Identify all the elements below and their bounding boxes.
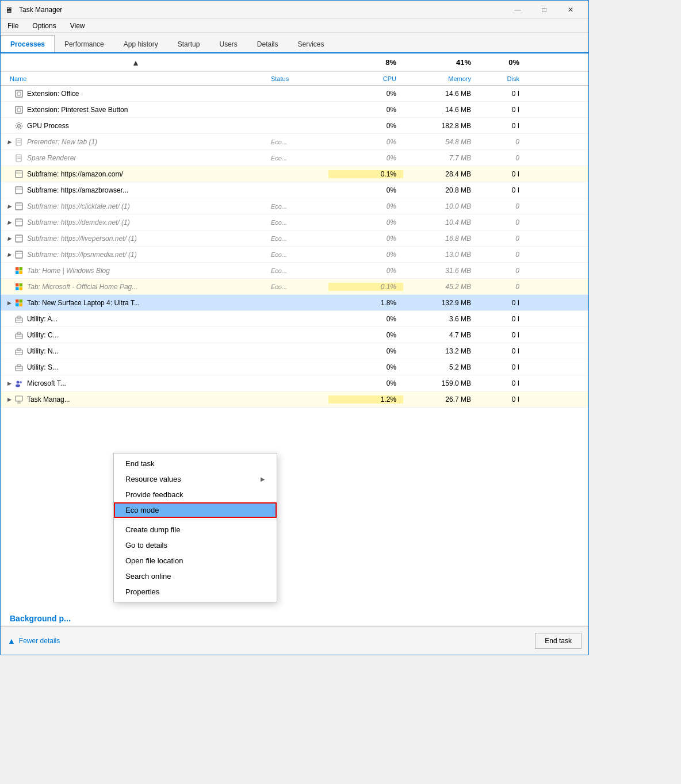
process-name: Microsoft T...: [27, 379, 66, 387]
process-cpu: 0.1%: [328, 170, 403, 178]
table-row[interactable]: Tab: Home | Windows BlogEco...0%31.6 MB0: [1, 263, 588, 279]
context-menu-item-label: Create dump file: [125, 525, 180, 534]
cpu-percent: 8%: [328, 58, 403, 67]
header-cpu[interactable]: CPU: [328, 75, 403, 82]
process-name: Tab: Home | Windows Blog: [27, 267, 110, 275]
process-icon: [14, 186, 24, 195]
process-cpu: 0.1%: [328, 283, 403, 291]
process-status: Eco...: [271, 203, 328, 210]
disk-percent: 0%: [478, 58, 524, 67]
menu-view[interactable]: View: [66, 21, 90, 31]
header-status[interactable]: Status: [271, 75, 328, 82]
process-disk: 0: [478, 251, 524, 259]
process-icon: [14, 266, 24, 275]
context-menu-item-label: Properties: [125, 587, 159, 596]
context-menu-item-create-dump-file[interactable]: Create dump file: [114, 522, 277, 537]
context-menu-item-end-task[interactable]: End task: [114, 456, 277, 471]
process-disk: 0 I: [478, 363, 524, 371]
process-disk: 0 I: [478, 170, 524, 178]
tab-app-history[interactable]: App history: [114, 35, 168, 52]
process-cpu: 1.8%: [328, 299, 403, 307]
process-name: Subframe: https://lpsnmedia.net/ (1): [27, 251, 137, 259]
process-name: Subframe: https://liveperson.net/ (1): [27, 235, 137, 243]
table-row[interactable]: Utility: S...0%5.2 MB0 I: [1, 359, 588, 375]
maximize-button[interactable]: □: [531, 1, 557, 19]
process-list[interactable]: Extension: Office0%14.6 MB0 IExtension: …: [1, 86, 588, 612]
context-menu-item-search-online[interactable]: Search online: [114, 568, 277, 584]
end-task-button[interactable]: End task: [535, 633, 581, 649]
svg-rect-35: [20, 303, 23, 306]
process-disk: 0: [478, 235, 524, 243]
menu-file[interactable]: File: [3, 21, 23, 31]
context-menu-item-resource-values[interactable]: Resource values▶: [114, 471, 277, 487]
table-row[interactable]: ▶Microsoft T...0%159.0 MB0 I: [1, 375, 588, 391]
process-memory: 45.2 MB: [403, 283, 478, 291]
expand-button[interactable]: ▶: [5, 235, 13, 243]
process-disk: 0: [478, 202, 524, 210]
table-row[interactable]: Extension: Pinterest Save Button0%14.6 M…: [1, 102, 588, 118]
close-button[interactable]: ✕: [557, 1, 584, 19]
context-menu-item-properties[interactable]: Properties: [114, 584, 277, 599]
tab-services[interactable]: Services: [288, 35, 334, 52]
tab-performance[interactable]: Performance: [55, 35, 114, 52]
svg-rect-51: [16, 396, 22, 401]
table-row[interactable]: ▶Subframe: https://lpsnmedia.net/ (1)Eco…: [1, 247, 588, 263]
table-row[interactable]: Tab: Microsoft - Official Home Pag...Eco…: [1, 279, 588, 295]
table-row[interactable]: Extension: Office0%14.6 MB0 I: [1, 86, 588, 102]
header-name[interactable]: Name: [1, 75, 271, 82]
process-cpu: 0%: [328, 154, 403, 162]
process-disk: 0 I: [478, 395, 524, 403]
table-row[interactable]: Utility: C...0%4.7 MB0 I: [1, 327, 588, 343]
process-name: GPU Process: [27, 122, 69, 130]
process-memory: 7.7 MB: [403, 154, 478, 162]
tab-details[interactable]: Details: [247, 35, 288, 52]
table-row[interactable]: Utility: N...0%13.2 MB0 I: [1, 343, 588, 359]
process-icon: [14, 298, 24, 308]
table-row[interactable]: Subframe: https://amazon.com/0.1%28.4 MB…: [1, 166, 588, 182]
context-menu-item-go-to-details[interactable]: Go to details: [114, 537, 277, 553]
context-menu-item-eco-mode[interactable]: Eco mode: [114, 502, 277, 518]
table-row[interactable]: ▶Task Manag...1.2%26.7 MB0 I: [1, 391, 588, 408]
expand-button[interactable]: ▶: [5, 138, 13, 146]
menu-bar: File Options View: [1, 19, 588, 33]
svg-point-49: [16, 384, 20, 387]
tab-processes[interactable]: Processes: [1, 35, 55, 52]
tab-startup[interactable]: Startup: [168, 35, 210, 52]
table-row[interactable]: Spare RendererEco...0%7.7 MB0: [1, 150, 588, 166]
tab-users[interactable]: Users: [209, 35, 247, 52]
table-row[interactable]: Utility: A...0%3.6 MB0 I: [1, 311, 588, 327]
table-row[interactable]: ▶Subframe: https://demdex.net/ (1)Eco...…: [1, 214, 588, 230]
process-memory: 13.2 MB: [403, 347, 478, 355]
expand-button[interactable]: ▶: [5, 299, 13, 307]
svg-point-50: [20, 381, 22, 383]
expand-button[interactable]: ▶: [5, 218, 13, 226]
expand-button[interactable]: ▶: [5, 395, 13, 403]
process-cpu: 0%: [328, 106, 403, 114]
sort-chevron[interactable]: ▲: [132, 58, 140, 67]
minimize-button[interactable]: —: [504, 1, 531, 19]
table-row[interactable]: ▶Subframe: https://liveperson.net/ (1)Ec…: [1, 230, 588, 247]
table-row[interactable]: ▶Subframe: https://clicktale.net/ (1)Eco…: [1, 198, 588, 214]
menu-options[interactable]: Options: [28, 21, 60, 31]
process-disk: 0: [478, 267, 524, 275]
context-menu-item-label: Eco mode: [125, 506, 159, 514]
header-memory[interactable]: Memory: [403, 75, 478, 82]
table-row[interactable]: GPU Process0%182.8 MB0 I: [1, 118, 588, 134]
context-menu-item-open-file-location[interactable]: Open file location: [114, 553, 277, 568]
process-disk: 0: [478, 154, 524, 162]
process-status: Eco...: [271, 139, 328, 145]
process-disk: 0 I: [478, 122, 524, 130]
window-title: Task Manager: [19, 6, 504, 14]
process-cpu: 0%: [328, 90, 403, 98]
background-processes-label[interactable]: Background p...: [1, 612, 588, 626]
fewer-details-button[interactable]: ▲ Fewer details: [7, 636, 60, 645]
expand-button[interactable]: ▶: [5, 379, 13, 387]
header-disk[interactable]: Disk: [478, 75, 524, 82]
context-menu-item-provide-feedback[interactable]: Provide feedback: [114, 487, 277, 502]
expand-button[interactable]: ▶: [5, 202, 13, 210]
expand-button[interactable]: ▶: [5, 251, 13, 259]
table-row[interactable]: ▶Tab: New Surface Laptop 4: Ultra T...1.…: [1, 295, 588, 311]
table-row[interactable]: ▶Prerender: New tab (1)Eco...0%54.8 MB0: [1, 134, 588, 150]
process-status: Eco...: [271, 283, 328, 290]
table-row[interactable]: Subframe: https://amazbrowser...0%20.8 M…: [1, 182, 588, 198]
